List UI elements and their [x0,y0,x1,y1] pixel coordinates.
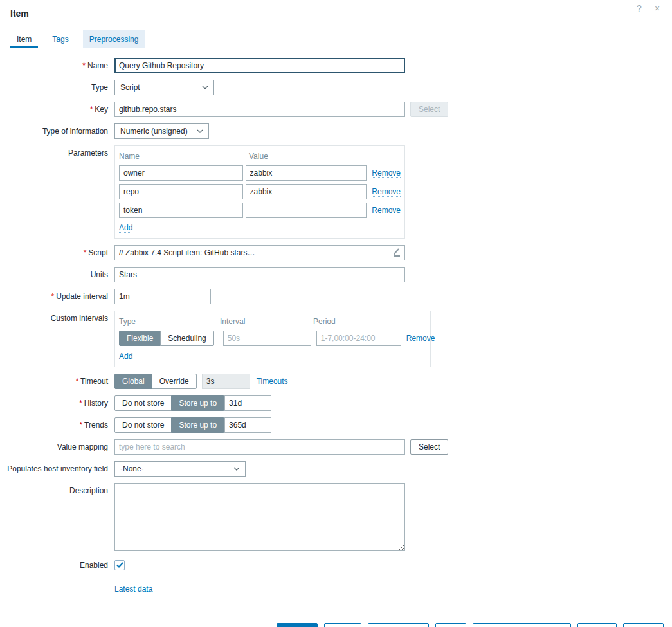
parameters-add-link[interactable]: Add [119,223,132,233]
update-interval-input[interactable] [114,289,211,304]
populates-host-inventory-field-value: -None- [120,464,144,473]
type-label: Type [91,83,108,92]
history-store-up-to-toggle[interactable]: Store up to [171,395,224,411]
parameter-row: Remove [119,165,401,181]
trends-store-up-to-toggle[interactable]: Store up to [171,417,224,433]
required-mark: * [79,399,82,408]
name-label: Name [87,61,108,70]
row-name: *Name [0,58,672,73]
flexible-toggle[interactable]: Flexible [119,331,161,346]
custom-intervals-col-period: Period [313,317,336,326]
value-mapping-select-button[interactable]: Select [410,439,448,455]
checkmark-icon [116,561,123,570]
tab-preprocessing[interactable]: Preprocessing [83,30,145,48]
tab-tags[interactable]: Tags [46,30,75,48]
footer-buttons: Update Clone Execute now Test Clear hist… [0,623,672,627]
parameters-label: Parameters [68,149,108,158]
delete-button[interactable]: Delete [577,623,617,627]
script-label: Script [88,248,108,257]
required-mark: * [84,248,87,257]
type-of-information-value: Numeric (unsigned) [120,127,188,136]
parameter-row: Remove [119,184,401,199]
row-type-of-information: Type of information Numeric (unsigned) [0,123,672,139]
type-of-information-select[interactable]: Numeric (unsigned) [114,123,209,139]
name-input[interactable] [114,58,405,73]
timeout-toggle: Global Override [114,374,197,389]
key-label: Key [95,105,108,114]
type-select[interactable]: Script [114,80,214,95]
type-select-value: Script [120,83,140,92]
units-input[interactable] [114,267,405,282]
header-icons: ? × [633,3,663,14]
key-input[interactable] [114,102,405,117]
execute-now-button[interactable]: Execute now [368,623,429,627]
enabled-checkbox[interactable] [114,560,125,570]
parameter-name-input[interactable] [119,203,243,218]
timeouts-link[interactable]: Timeouts [257,374,288,389]
parameter-value-input[interactable] [246,203,367,218]
trends-toggle: Do not store Store up to [114,417,224,433]
value-mapping-label: Value mapping [57,442,108,451]
required-mark: * [90,105,93,114]
scheduling-toggle[interactable]: Scheduling [160,331,213,346]
row-history: *History Do not store Store up to [0,395,672,411]
required-mark: * [51,292,55,301]
clone-button[interactable]: Clone [324,623,361,627]
required-mark: * [79,421,82,430]
key-select-button: Select [410,102,448,117]
clear-history-and-trends-button[interactable]: Clear history and trends [473,623,571,627]
parameter-row: Remove [119,203,401,218]
trends-value-input[interactable] [224,417,271,433]
script-edit-button[interactable] [388,246,404,260]
row-parameters: Parameters Name Value Remove Remove Remo… [0,145,672,239]
custom-intervals-col-type: Type [119,317,220,326]
timeout-override-toggle[interactable]: Override [152,374,197,389]
custom-interval-interval-input[interactable] [223,331,311,346]
test-button[interactable]: Test [435,623,466,627]
parameter-value-input[interactable] [246,184,367,199]
row-custom-intervals: Custom intervals Type Interval Period Fl… [0,311,672,367]
row-description: Description [0,483,672,551]
latest-data-link[interactable]: Latest data [114,585,152,594]
value-mapping-input[interactable] [114,439,405,455]
script-input[interactable] [115,246,388,260]
row-update-interval: *Update interval [0,289,672,304]
populates-host-inventory-field-select[interactable]: -None- [114,461,246,477]
cancel-button[interactable]: Cancel [623,623,664,627]
trends-label: Trends [84,421,108,430]
help-icon[interactable]: ? [633,3,645,14]
parameters-col-name: Name [119,152,246,161]
parameters-col-value: Value [249,152,374,161]
parameter-value-input[interactable] [246,165,367,181]
close-icon[interactable]: × [651,3,663,14]
row-trends: *Trends Do not store Store up to [0,417,672,433]
custom-interval-remove-link[interactable]: Remove [406,334,435,343]
dialog-header: Item ? × [0,0,672,26]
history-value-input[interactable] [224,395,271,411]
parameter-name-input[interactable] [119,165,243,181]
parameter-name-input[interactable] [119,184,243,199]
timeout-global-toggle[interactable]: Global [114,374,152,389]
row-units: Units [0,267,672,282]
custom-intervals-col-interval: Interval [220,317,313,326]
row-timeout: *Timeout Global Override Timeouts [0,374,672,389]
update-button[interactable]: Update [277,623,318,627]
description-textarea[interactable] [114,483,405,551]
tab-bar: Item Tags Preprocessing [10,30,662,48]
custom-interval-period-input[interactable] [316,331,401,346]
trends-do-not-store-toggle[interactable]: Do not store [114,417,172,433]
parameter-remove-link[interactable]: Remove [372,187,401,197]
description-label: Description [69,486,108,495]
pencil-icon [392,248,401,259]
item-form: *Name Type Script *Key Select Type of in… [0,58,672,594]
type-of-information-label: Type of information [42,127,108,136]
parameter-remove-link[interactable]: Remove [372,206,401,215]
custom-intervals-add-link[interactable]: Add [119,352,132,361]
parameter-remove-link[interactable]: Remove [372,168,401,178]
history-do-not-store-toggle[interactable]: Do not store [114,395,172,411]
enabled-label: Enabled [80,561,108,570]
chevron-down-icon [197,129,203,133]
tab-item[interactable]: Item [10,30,38,48]
history-toggle: Do not store Store up to [114,395,224,411]
row-populates-host-inventory-field: Populates host inventory field -None- [0,461,672,477]
